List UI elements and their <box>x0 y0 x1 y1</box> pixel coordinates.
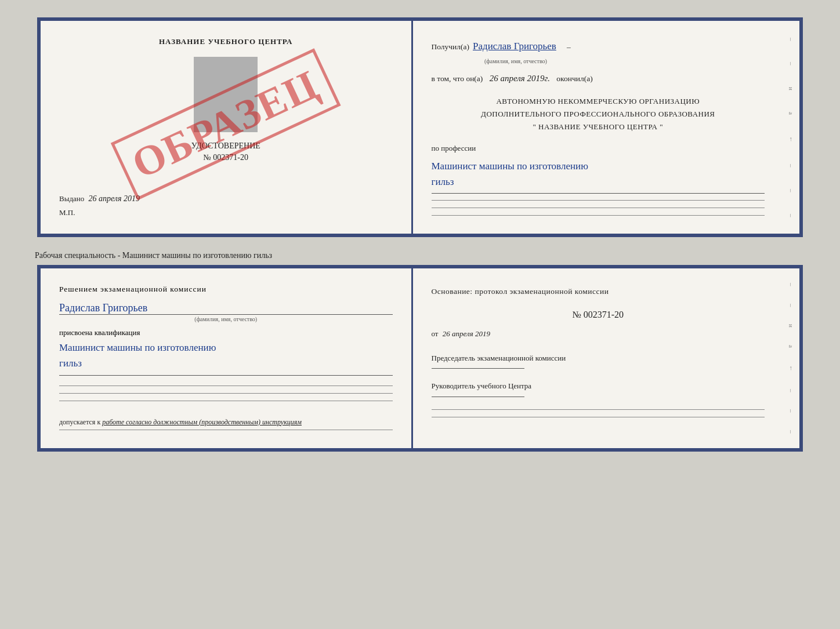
kvalif-line2: гильз <box>59 358 82 369</box>
profession-underline <box>432 193 765 194</box>
bl-line2 <box>59 393 393 394</box>
udostoverenie-label: УДОСТОВЕРЕНИЕ <box>191 141 260 151</box>
bottom-right-lines <box>432 408 765 419</box>
bm-char-6: – <box>788 389 795 392</box>
rukovoditel-sign-line <box>432 397 524 397</box>
right-margin: – – и а ← – – – <box>783 21 799 234</box>
margin-char-8: – <box>788 214 795 217</box>
profession-text: Машинист машины по изготовлению гильз <box>432 158 765 190</box>
predsedatel-block: Председатель экзаменационной комиссии <box>432 352 765 369</box>
org-line3: " НАЗВАНИЕ УЧЕБНОГО ЦЕНТРА " <box>432 121 765 133</box>
kvalif-underline <box>59 375 393 376</box>
org-line1: АВТОНОМНУЮ НЕКОММЕРЧЕСКУЮ ОРГАНИЗАЦИЮ <box>432 95 765 108</box>
bm-char-3: и <box>788 324 795 328</box>
doc-number: № 002371-20 <box>203 153 248 162</box>
completion-date: 26 апреля 2019г. <box>490 74 550 83</box>
top-left-title: НАЗВАНИЕ УЧЕБНОГО ЦЕНТРА <box>159 37 293 46</box>
dash-sep: – <box>567 39 571 54</box>
bm-char-1: – <box>788 283 795 286</box>
fio-label: (фамилия, имя, отчество) <box>473 56 559 67</box>
margin-char-6: – <box>788 164 795 168</box>
bottom-left-lines <box>59 384 393 403</box>
reshen-title: Решением экзаменационной комиссии <box>59 285 393 294</box>
poluchil-line: Получил(а) Радислав Григорьев (фамилия, … <box>432 37 765 67</box>
margin-char-4: а <box>788 112 795 115</box>
bottom-recipient-name: Радислав Григорьев <box>59 302 393 315</box>
rukovoditel-block: Руководитель учебного Центра <box>432 380 765 397</box>
recipient-name: Радислав Григорьев <box>473 41 556 52</box>
org-block: АВТОНОМНУЮ НЕКОММЕРЧЕСКУЮ ОРГАНИЗАЦИЮ ДО… <box>432 95 765 133</box>
vydano-label: Выдано <box>59 194 84 203</box>
rukovoditel-label: Руководитель учебного Центра <box>432 380 765 392</box>
bottom-fio-label: (фамилия, имя, отчество) <box>59 316 393 322</box>
vtom-prefix: в том, что он(а) <box>432 74 483 83</box>
bl-line3 <box>59 401 393 401</box>
bm-char-8: – <box>788 430 795 434</box>
right-lines <box>432 198 765 217</box>
margin-char-5: ← <box>788 136 795 143</box>
subtitle: Рабочая специальность - Машинист машины … <box>35 251 801 260</box>
top-doc-right: Получил(а) Радислав Григорьев (фамилия, … <box>413 21 784 234</box>
dopusk-prefix: допускается к <box>59 418 100 426</box>
bottom-document: Решением экзаменационной комиссии Радисл… <box>37 265 803 451</box>
margin-char-7: – <box>788 189 795 192</box>
br-line2 <box>432 417 765 417</box>
line1 <box>432 200 765 201</box>
ot-prefix: от <box>432 329 439 338</box>
kvalif-line1: Машинист машины по изготовлению <box>59 342 216 353</box>
line3 <box>432 215 765 216</box>
okonchil-label: окончил(а) <box>556 74 592 83</box>
top-document: НАЗВАНИЕ УЧЕБНОГО ЦЕНТРА УДОСТОВЕРЕНИЕ №… <box>37 17 803 237</box>
predsedatel-sign-line <box>432 368 524 369</box>
bm-char-4: а <box>788 345 795 348</box>
ot-date: 26 апреля 2019 <box>443 329 490 338</box>
margin-char-3: и <box>788 87 795 90</box>
bottom-doc-right: Основание: протокол экзаменационной коми… <box>413 268 784 448</box>
profession-line2: гильз <box>432 176 454 187</box>
dopusk-underline <box>59 430 393 430</box>
predsedatel-label: Председатель экзаменационной комиссии <box>432 352 765 364</box>
bottom-right-margin: – – и а ← – – – <box>783 268 799 448</box>
poluchil-label: Получил(а) <box>432 39 470 54</box>
dopusk-block: допускается к работе согласно должностны… <box>59 417 393 427</box>
bm-char-7: – <box>788 409 795 413</box>
bm-char-2: – <box>788 304 795 307</box>
margin-char-1: – <box>788 38 795 41</box>
kvalif-text: Машинист машины по изготовлению гильз <box>59 340 393 371</box>
vydano-line: Выдано 26 апреля 2019 <box>59 194 140 203</box>
line2 <box>432 208 765 208</box>
bottom-doc-left: Решением экзаменационной комиссии Радисл… <box>41 268 413 448</box>
vydano-date: 26 апреля 2019 <box>89 194 140 203</box>
dopusk-text: работе согласно должностным (производств… <box>102 418 302 426</box>
ot-date-line: от 26 апреля 2019 <box>432 327 765 340</box>
protocol-number: № 002371-20 <box>432 307 765 323</box>
photo-placeholder <box>194 57 258 132</box>
br-line1 <box>432 409 765 410</box>
profession-line1: Машинист машины по изготовлению <box>432 161 588 172</box>
org-line2: ДОПОЛНИТЕЛЬНОГО ПРОФЕССИОНАЛЬНОГО ОБРАЗО… <box>432 108 765 121</box>
osnovanie-title: Основание: протокол экзаменационной коми… <box>432 285 765 299</box>
vtom-line: в том, что он(а) 26 апреля 2019г. окончи… <box>432 70 765 87</box>
po-professii-label: по профессии <box>432 141 765 156</box>
mp-label: М.П. <box>59 208 75 217</box>
prisvoena-label: присвоена квалификация <box>59 328 393 337</box>
bl-line1 <box>59 386 393 386</box>
top-doc-left: НАЗВАНИЕ УЧЕБНОГО ЦЕНТРА УДОСТОВЕРЕНИЕ №… <box>41 21 413 234</box>
bm-char-5: ← <box>788 365 795 372</box>
margin-char-2: – <box>788 62 795 66</box>
